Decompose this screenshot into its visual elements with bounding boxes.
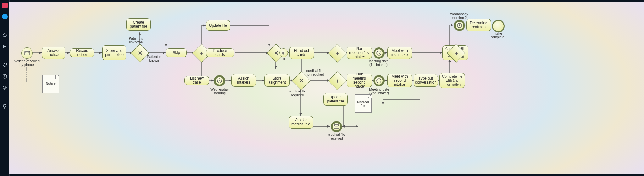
data-medical-label: Medical file <box>355 100 371 107</box>
gear-icon[interactable] <box>2 85 8 91</box>
task-plan-first[interactable]: Plan meeting first intaker <box>347 47 372 59</box>
twitter-icon[interactable] <box>2 14 8 19</box>
gw-label-known: Patient is known <box>145 55 164 62</box>
heart-icon[interactable] <box>2 62 8 68</box>
timer-1st-label: Meeting date (1st intaker) <box>366 59 391 67</box>
gw-med-req: medical file required <box>289 89 306 97</box>
clock-icon[interactable] <box>2 74 8 79</box>
msg-med-label: medical file received <box>325 133 348 140</box>
task-store-print[interactable]: Store and print notice <box>102 45 126 60</box>
data-notice-label: Notice <box>44 81 57 85</box>
play-icon[interactable] <box>2 44 8 49</box>
task-record-notice[interactable]: Record notice <box>70 48 94 57</box>
task-ask-medical[interactable]: Ask for medical file <box>289 116 313 129</box>
timer-wed2-label: Wednesday morning 2 <box>446 12 472 19</box>
instagram-icon[interactable] <box>2 3 8 8</box>
task-complete-2nd[interactable]: Complete file with 2nd information <box>439 73 465 88</box>
restore-icon[interactable] <box>2 32 8 38</box>
task-produce-cards[interactable]: Produce cards <box>206 48 234 57</box>
app-sidebar <box>0 0 10 176</box>
task-list-new-case[interactable]: List new case <box>184 76 209 85</box>
task-type-out[interactable]: Type out conversation <box>414 74 438 87</box>
start-event[interactable] <box>21 47 33 59</box>
task-meet-second[interactable]: Meet with second intaker <box>387 74 412 87</box>
bulb-icon[interactable] <box>2 103 8 109</box>
timer-meeting-1st[interactable] <box>373 47 385 59</box>
task-answer-notice[interactable]: Answer notice <box>42 47 65 59</box>
bpmn-canvas[interactable]: Noticed received by phone Answer notice … <box>9 2 644 174</box>
svg-rect-6 <box>334 125 339 129</box>
timer-wednesday-morning[interactable] <box>214 75 225 86</box>
flow-connectors <box>9 2 644 174</box>
svg-rect-2 <box>25 51 30 55</box>
timer-meeting-2nd[interactable] <box>373 75 385 86</box>
gw-med-not-req: medical file not required <box>305 69 325 76</box>
timer-wednesday-2[interactable] <box>454 20 465 31</box>
end-event-label: intake complete <box>487 31 508 39</box>
task-determine-treatment[interactable]: Determine treatment <box>466 19 491 31</box>
task-create-patient-file[interactable]: Create patient file <box>126 18 151 31</box>
task-assign-intakers[interactable]: Assign intakers <box>231 74 256 87</box>
start-event-label: Noticed received by phone <box>13 59 41 67</box>
task-plan-second[interactable]: Plan meeting second intaker <box>347 74 372 87</box>
task-store-assignment[interactable]: Store asignment <box>264 74 290 87</box>
task-hand-out-cards[interactable]: Hand out cards <box>289 47 314 59</box>
end-event[interactable] <box>492 20 505 32</box>
message-medical-received[interactable] <box>331 121 342 132</box>
task-skip[interactable]: Skip <box>166 48 187 57</box>
svg-point-1 <box>4 87 5 88</box>
task-update-patient-file[interactable]: Update patient file <box>323 93 348 106</box>
boundary-event[interactable]: ◎ <box>279 48 288 57</box>
gw-label-unknown: Patient is unknown <box>126 36 145 44</box>
task-update-file[interactable]: Update file <box>206 20 230 31</box>
timer-2nd-label: Meeting date (2nd intaker) <box>366 87 392 95</box>
task-meet-first[interactable]: Meet with first intaker <box>387 47 412 59</box>
timer-wed-label: Wednesday morning <box>208 87 231 95</box>
